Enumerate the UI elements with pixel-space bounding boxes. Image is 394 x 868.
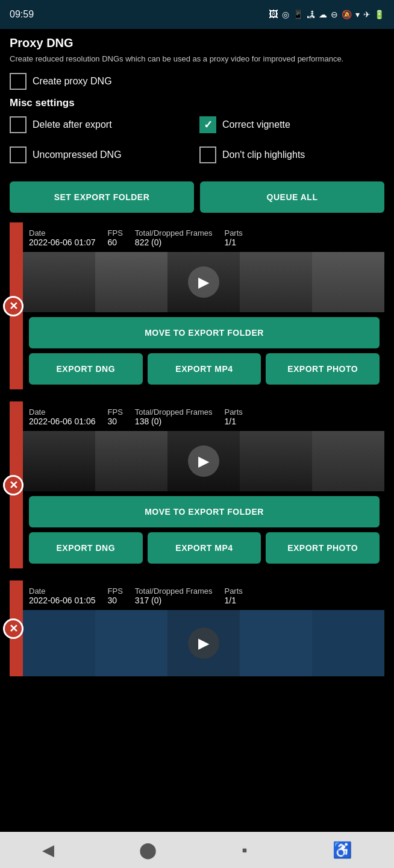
parts-value-3: 1/1 (224, 596, 242, 605)
parts-label-3: Parts (224, 587, 242, 596)
export-photo-2-button[interactable]: EXPORT PHOTO (266, 532, 380, 564)
dont-clip-highlights-label: Don't clip highlights (222, 149, 305, 160)
fps-value-3: 30 (108, 596, 123, 605)
move-to-export-2-button[interactable]: MOVE TO EXPORT FOLDER (29, 496, 380, 527)
date-col-1: Date 2022-06-06 01:07 (29, 228, 96, 247)
date-value-1: 2022-06-06 01:07 (29, 237, 96, 247)
recording-card-3: ✕ Date 2022-06-06 01:05 FPS 30 Total/Dro… (10, 580, 384, 676)
play-button-1[interactable]: ▶ (188, 266, 219, 298)
export-mp4-1-button[interactable]: EXPORT MP4 (148, 353, 261, 385)
thumbnail-1[interactable]: ▶ (23, 252, 384, 312)
dont-clip-highlights-row[interactable]: Don't clip highlights (199, 146, 384, 163)
card-inner-1: Date 2022-06-06 01:07 FPS 60 Total/Dropp… (23, 222, 384, 389)
recording-card-1: ✕ Date 2022-06-06 01:07 FPS 60 Total/Dro… (10, 222, 384, 389)
proxy-dng-label: Create proxy DNG (33, 76, 112, 87)
bottom-nav: ◀ ⬤ ▪ ♿ (0, 832, 394, 868)
misc-settings-title: Misc settings (10, 97, 384, 109)
recording-card-2: ✕ Date 2022-06-06 01:06 FPS 30 Total/Dro… (10, 401, 384, 568)
card-header-2: Date 2022-06-06 01:06 FPS 30 Total/Dropp… (23, 401, 384, 431)
status-time: 09:59 (10, 9, 34, 20)
main-content: Proxy DNG Create reduced resolution DNGs… (0, 29, 394, 738)
date-col-3: Date 2022-06-06 01:05 (29, 587, 96, 605)
parts-col-2: Parts 1/1 (224, 407, 242, 426)
export-dng-1-button[interactable]: EXPORT DNG (29, 353, 143, 385)
proxy-dng-checkbox[interactable] (10, 73, 27, 90)
frames-value-3: 317 (0) (135, 596, 213, 605)
status-bar: 09:59 🖼 ◎ 📱 🏞 ☁ ⊖ 🔕 ▾ ✈ 🔋 (0, 0, 394, 29)
date-value-3: 2022-06-06 01:05 (29, 596, 96, 605)
delete-after-export-checkbox[interactable] (10, 116, 27, 133)
mobile-icon: 📱 (293, 10, 303, 19)
photo-icon: 🖼 (269, 9, 278, 20)
recent-nav-button[interactable]: ▪ (242, 841, 247, 860)
delete-recording-3-button[interactable]: ✕ (3, 618, 23, 639)
play-button-2[interactable]: ▶ (188, 445, 219, 477)
proxy-dng-row[interactable]: Create proxy DNG (10, 73, 384, 90)
uncompressed-dng-label: Uncompressed DNG (33, 149, 122, 160)
thumbnail-2[interactable]: ▶ (23, 431, 384, 491)
parts-value-2: 1/1 (224, 417, 242, 426)
correct-vignette-label: Correct vignette (222, 119, 290, 130)
uncompressed-dng-row[interactable]: Uncompressed DNG (10, 146, 195, 163)
page-title: Proxy DNG (10, 36, 384, 50)
image-icon: 🏞 (307, 10, 315, 19)
delete-after-export-label: Delete after export (33, 119, 112, 130)
parts-value-1: 1/1 (224, 237, 242, 247)
queue-all-button[interactable]: QUEUE ALL (200, 181, 384, 213)
frames-label-3: Total/Dropped Frames (135, 587, 213, 596)
home-nav-button[interactable]: ⬤ (139, 841, 157, 860)
bell-off-icon: 🔕 (342, 10, 352, 19)
set-export-folder-button[interactable]: SET EXPORT FOLDER (10, 181, 194, 213)
parts-col-1: Parts 1/1 (224, 228, 242, 247)
card-header-1: Date 2022-06-06 01:07 FPS 60 Total/Dropp… (23, 222, 384, 252)
export-buttons-1: EXPORT DNG EXPORT MP4 EXPORT PHOTO (29, 353, 380, 385)
parts-label-1: Parts (224, 228, 242, 237)
fps-col-2: FPS 30 (108, 407, 123, 426)
correct-vignette-row[interactable]: Correct vignette (199, 116, 384, 133)
card-actions-2: MOVE TO EXPORT FOLDER EXPORT DNG EXPORT … (23, 491, 384, 568)
main-action-buttons: SET EXPORT FOLDER QUEUE ALL (10, 181, 384, 213)
page-description: Create reduced resolution DNGs which can… (10, 54, 384, 64)
frames-label-2: Total/Dropped Frames (135, 407, 213, 417)
card-actions-1: MOVE TO EXPORT FOLDER EXPORT DNG EXPORT … (23, 312, 384, 389)
fps-col-3: FPS 30 (108, 587, 123, 605)
frames-col-1: Total/Dropped Frames 822 (0) (135, 228, 213, 247)
fps-label-1: FPS (108, 228, 123, 237)
fps-col-1: FPS 60 (108, 228, 123, 247)
date-label-1: Date (29, 228, 96, 237)
circle-icon: ◎ (282, 10, 289, 19)
export-buttons-2: EXPORT DNG EXPORT MP4 EXPORT PHOTO (29, 532, 380, 564)
frames-value-2: 138 (0) (135, 417, 213, 426)
fps-value-2: 30 (108, 417, 123, 426)
accessibility-nav-button[interactable]: ♿ (333, 841, 352, 860)
wifi-icon: ▾ (355, 10, 360, 19)
airplane-icon: ✈ (363, 10, 371, 19)
correct-vignette-checkbox[interactable] (199, 116, 216, 133)
misc-settings-grid: Delete after export Correct vignette Unc… (10, 116, 384, 171)
frames-label-1: Total/Dropped Frames (135, 228, 213, 237)
play-button-3[interactable]: ▶ (188, 627, 219, 659)
minus-circle-icon: ⊖ (331, 10, 338, 19)
date-label-2: Date (29, 407, 96, 417)
export-mp4-2-button[interactable]: EXPORT MP4 (148, 532, 261, 564)
delete-after-export-row[interactable]: Delete after export (10, 116, 195, 133)
card-header-3: Date 2022-06-06 01:05 FPS 30 Total/Dropp… (23, 580, 384, 610)
battery-icon: 🔋 (374, 10, 384, 19)
date-col-2: Date 2022-06-06 01:06 (29, 407, 96, 426)
back-nav-button[interactable]: ◀ (42, 841, 54, 860)
fps-value-1: 60 (108, 237, 123, 247)
dont-clip-highlights-checkbox[interactable] (199, 146, 216, 163)
parts-label-2: Parts (224, 407, 242, 417)
cloud-icon: ☁ (319, 10, 327, 19)
uncompressed-dng-checkbox[interactable] (10, 146, 27, 163)
delete-recording-2-button[interactable]: ✕ (3, 475, 23, 495)
move-to-export-1-button[interactable]: MOVE TO EXPORT FOLDER (29, 317, 380, 348)
card-inner-2: Date 2022-06-06 01:06 FPS 30 Total/Dropp… (23, 401, 384, 568)
frames-col-3: Total/Dropped Frames 317 (0) (135, 587, 213, 605)
export-dng-2-button[interactable]: EXPORT DNG (29, 532, 143, 564)
thumbnail-3[interactable]: ▶ (23, 610, 384, 676)
parts-col-3: Parts 1/1 (224, 587, 242, 605)
frames-value-1: 822 (0) (135, 237, 213, 247)
export-photo-1-button[interactable]: EXPORT PHOTO (266, 353, 380, 385)
delete-recording-1-button[interactable]: ✕ (3, 296, 23, 316)
